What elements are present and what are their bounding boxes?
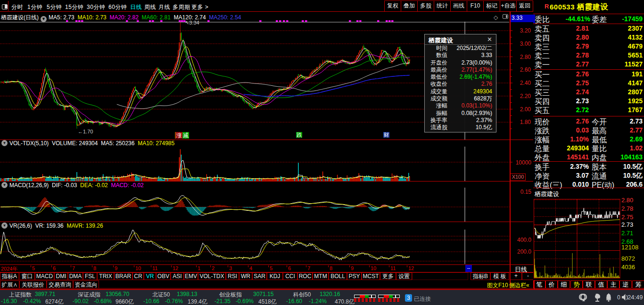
svg-text:3.20: 3.20 [520,27,531,34]
svg-text:2.40: 2.40 [520,80,531,86]
svg-text:1.80: 1.80 [520,119,531,125]
svg-text:↖3.34: ↖3.34 [185,20,199,25]
svg-text:0: 0 [617,294,620,301]
svg-text:←1.70: ←1.70 [78,129,93,134]
svg-text:3.00: 3.00 [520,41,531,47]
svg-text:2.60: 2.60 [520,66,531,73]
svg-text:2.20: 2.20 [520,93,531,99]
svg-text:2.80: 2.80 [520,54,531,60]
svg-text:2.00: 2.00 [520,106,531,113]
